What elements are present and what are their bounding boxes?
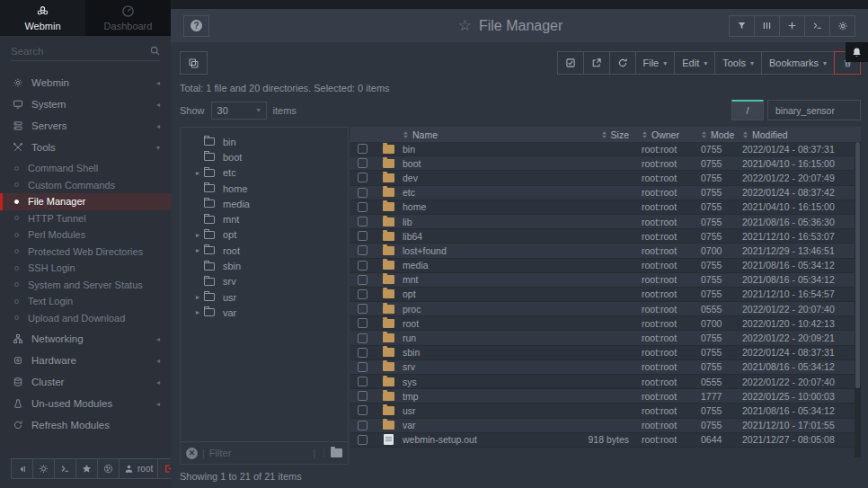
- sidebar-item-text-login[interactable]: Text Login: [0, 293, 171, 310]
- tools-menu-button[interactable]: Tools▾: [714, 51, 762, 75]
- filter-button[interactable]: [729, 15, 755, 37]
- row-checkbox[interactable]: [358, 318, 368, 328]
- search-input[interactable]: [11, 46, 149, 57]
- row-checkbox[interactable]: [358, 245, 368, 255]
- table-row-var[interactable]: var root:root 0755 2021/12/10 - 17:01:55: [350, 419, 861, 433]
- table-row-home[interactable]: home root:root 0755 2021/04/10 - 16:15:0…: [350, 200, 861, 215]
- sidebar-item-file-manager[interactable]: File Manager: [0, 193, 171, 210]
- table-row-sbin[interactable]: sbin root:root 0755 2022/01/24 - 08:37:3…: [350, 346, 861, 360]
- column-header-modified[interactable]: Modified: [742, 129, 861, 140]
- tree-item-etc[interactable]: ▸ etc: [181, 165, 348, 181]
- row-checkbox[interactable]: [358, 362, 368, 372]
- row-checkbox[interactable]: [358, 158, 368, 168]
- row-checkbox[interactable]: [358, 217, 368, 226]
- table-row-dev[interactable]: dev root:root 0755 2022/01/22 - 20:07:49: [350, 171, 861, 185]
- tree-item-var[interactable]: ▸ var: [181, 305, 348, 320]
- sidebar-item-refresh-modules[interactable]: Refresh Modules: [0, 414, 171, 436]
- column-header-size[interactable]: Size: [564, 129, 642, 140]
- row-checkbox[interactable]: [358, 348, 368, 358]
- sidebar-item-protected-web-directories[interactable]: Protected Web Directories: [0, 244, 171, 261]
- table-row-lib64[interactable]: lib64 root:root 0755 2021/12/10 - 16:53:…: [350, 229, 861, 244]
- sidebar-item-perl-modules[interactable]: Perl Modules: [0, 226, 171, 244]
- row-checkbox[interactable]: [358, 188, 368, 198]
- notifications-tab[interactable]: [846, 42, 868, 62]
- tree-item-bin[interactable]: bin: [181, 134, 348, 149]
- path-search-input[interactable]: [767, 100, 861, 120]
- sidebar-item-ssh-login[interactable]: SSH Login: [0, 260, 171, 277]
- sidebar-item-upload-and-download[interactable]: Upload and Download: [0, 310, 171, 327]
- expand-caret-icon[interactable]: ▸: [191, 231, 204, 239]
- tree-folder-button[interactable]: [323, 448, 342, 457]
- shell-button[interactable]: [804, 15, 830, 37]
- row-checkbox[interactable]: [358, 144, 368, 154]
- column-header-mode[interactable]: Mode: [701, 129, 742, 140]
- row-checkbox[interactable]: [358, 391, 368, 401]
- table-row-media[interactable]: media root:root 0755 2021/08/16 - 05:34:…: [350, 259, 861, 273]
- columns-button[interactable]: [754, 15, 780, 37]
- theme-toggle-button[interactable]: [32, 458, 55, 479]
- row-checkbox[interactable]: [358, 275, 368, 285]
- table-row-lib[interactable]: lib root:root 0755 2021/08/16 - 05:36:30: [350, 215, 861, 229]
- edit-menu-button[interactable]: Edit▾: [674, 51, 715, 75]
- table-row-srv[interactable]: srv root:root 0755 2021/08/16 - 05:34:12: [350, 360, 861, 375]
- tree-item-srv[interactable]: srv: [181, 274, 348, 289]
- clear-filter-icon[interactable]: ✕: [186, 448, 198, 459]
- tab-dashboard[interactable]: Dashboard: [85, 0, 171, 36]
- column-header-name[interactable]: Name: [403, 129, 564, 140]
- select-all-button[interactable]: [557, 51, 584, 75]
- table-row-webmin-setup.out[interactable]: webmin-setup.out 918 bytes root:root 064…: [350, 433, 861, 448]
- table-row-proc[interactable]: proc root:root 0555 2022/01/22 - 20:07:4…: [350, 302, 861, 316]
- sidebar-item-http-tunnel[interactable]: HTTP Tunnel: [0, 210, 171, 227]
- expand-caret-icon[interactable]: ▸: [191, 246, 204, 254]
- collapse-sidebar-button[interactable]: [11, 458, 33, 479]
- root-path-button[interactable]: /: [731, 100, 764, 120]
- table-scrollbar[interactable]: [855, 142, 861, 457]
- tree-item-root[interactable]: ▸ root: [181, 243, 348, 258]
- row-checkbox[interactable]: [358, 377, 368, 386]
- sidebar-item-hardware[interactable]: Hardware ◂: [0, 350, 171, 371]
- table-row-opt[interactable]: opt root:root 0755 2021/12/10 - 16:54:57: [350, 288, 861, 302]
- refresh-button[interactable]: [609, 51, 636, 75]
- table-row-run[interactable]: run root:root 0755 2022/01/22 - 20:09:21: [350, 331, 861, 345]
- row-checkbox[interactable]: [358, 231, 368, 241]
- table-row-tmp[interactable]: tmp root:root 1777 2022/01/25 - 10:00:03: [350, 389, 861, 404]
- bookmarks-menu-button[interactable]: Bookmarks▾: [761, 51, 835, 75]
- sidebar-item-system-and-server-status[interactable]: System and Server Status: [0, 277, 171, 294]
- tree-item-mnt[interactable]: mnt: [181, 211, 348, 226]
- row-checkbox[interactable]: [358, 289, 368, 299]
- tree-item-sbin[interactable]: sbin: [181, 258, 348, 273]
- table-row-bin[interactable]: bin root:root 0755 2022/01/24 - 08:37:31: [350, 142, 861, 156]
- tab-webmin[interactable]: Webmin: [0, 0, 85, 36]
- table-row-root[interactable]: root root:root 0700 2022/01/20 - 10:42:1…: [350, 316, 861, 331]
- tree-item-home[interactable]: home: [181, 181, 348, 196]
- favorite-star-icon[interactable]: ☆: [458, 16, 472, 35]
- language-button[interactable]: [97, 458, 120, 479]
- favorites-button[interactable]: [75, 458, 98, 479]
- expand-caret-icon[interactable]: ▸: [191, 308, 204, 316]
- row-checkbox[interactable]: [358, 304, 368, 314]
- sidebar-item-tools[interactable]: Tools ▾: [0, 137, 171, 158]
- table-row-sys[interactable]: sys root:root 0555 2022/01/22 - 20:07:40: [350, 375, 861, 389]
- row-checkbox[interactable]: [358, 202, 368, 212]
- row-checkbox[interactable]: [358, 421, 368, 430]
- table-row-etc[interactable]: etc root:root 0755 2022/01/24 - 08:37:42: [350, 186, 861, 200]
- tree-item-media[interactable]: media: [181, 196, 348, 211]
- copy-path-button[interactable]: [180, 51, 208, 75]
- sidebar-item-networking[interactable]: Networking ◂: [0, 328, 171, 350]
- sidebar-item-webmin[interactable]: Webmin ◂: [0, 72, 171, 93]
- row-checkbox[interactable]: [358, 435, 368, 445]
- tree-item-boot[interactable]: boot: [181, 149, 348, 164]
- tree-item-usr[interactable]: ▸ usr: [181, 289, 348, 305]
- table-row-mnt[interactable]: mnt root:root 0755 2021/08/16 - 05:34:12: [350, 273, 861, 288]
- row-checkbox[interactable]: [358, 173, 368, 182]
- row-checkbox[interactable]: [358, 405, 368, 415]
- column-header-owner[interactable]: Owner: [642, 129, 701, 140]
- sidebar-item-custom-commands[interactable]: Custom Commands: [0, 177, 171, 194]
- expand-caret-icon[interactable]: ▸: [191, 169, 204, 177]
- terminal-button[interactable]: [54, 458, 76, 479]
- paste-export-button[interactable]: [583, 51, 610, 75]
- sidebar-item-cluster[interactable]: Cluster ◂: [0, 371, 171, 393]
- sidebar-item-system[interactable]: System ◂: [0, 93, 171, 115]
- user-button[interactable]: root: [119, 458, 158, 479]
- sidebar-item-un-used-modules[interactable]: Un-used Modules ◂: [0, 393, 171, 414]
